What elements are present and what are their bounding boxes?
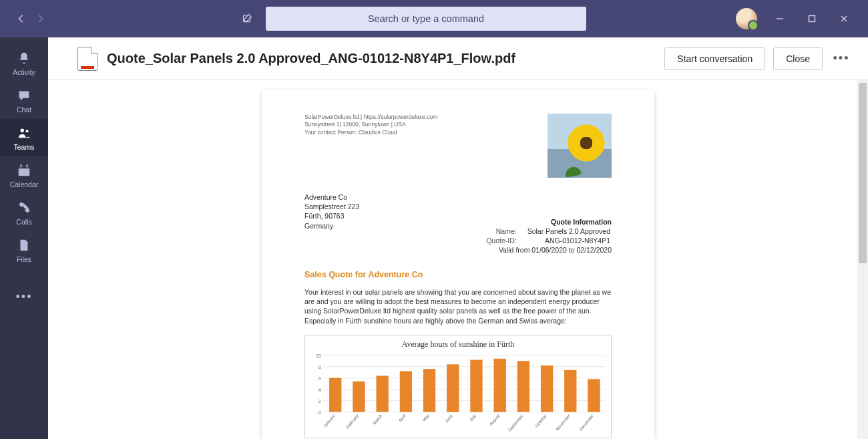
rail-item-calls[interactable]: Calls — [0, 194, 48, 231]
more-icon: ••• — [16, 289, 32, 305]
recipient-line: Germany — [304, 221, 359, 231]
rail-item-more[interactable]: ••• — [0, 278, 48, 315]
pdf-file-icon — [77, 47, 97, 71]
svg-text:6: 6 — [318, 376, 321, 380]
svg-text:September: September — [507, 413, 525, 432]
compose-icon[interactable] — [236, 8, 258, 29]
minimize-icon[interactable] — [771, 11, 789, 26]
svg-text:4: 4 — [318, 387, 321, 392]
rail-label: Files — [17, 255, 31, 263]
svg-rect-19 — [329, 378, 341, 412]
svg-text:0: 0 — [318, 410, 321, 414]
maximize-icon[interactable] — [803, 11, 821, 26]
document-actions: Start conversation Close ••• — [664, 47, 852, 70]
svg-text:2: 2 — [318, 398, 321, 403]
app-rail: Activity Chat Teams Calendar Calls Files… — [0, 37, 48, 439]
rail-label: Calls — [16, 218, 31, 226]
rail-label: Calendar — [10, 180, 39, 188]
scrollbar-track[interactable] — [857, 80, 868, 439]
recipient-line: Fürth, 90763 — [304, 211, 359, 221]
recipient-line: Samplestreet 223 — [304, 202, 359, 211]
sunflower-image — [548, 114, 612, 178]
quote-validity: Valid from 01/06/2020 to 02/12/2020 — [485, 246, 612, 254]
svg-rect-33 — [494, 359, 506, 412]
back-arrow-icon[interactable] — [12, 9, 31, 28]
more-actions-icon[interactable]: ••• — [831, 48, 852, 69]
svg-text:10: 10 — [316, 353, 321, 357]
rail-item-activity[interactable]: Activity — [0, 44, 48, 82]
svg-point-1 — [21, 128, 25, 132]
document-title: Quote_Solar Panels 2.0 Approved_ANG-0101… — [107, 51, 515, 66]
rail-item-files[interactable]: Files — [0, 231, 48, 269]
rail-label: Teams — [14, 143, 35, 151]
sales-quote-title: Sales Quote for Adventure Co — [304, 270, 612, 279]
letterhead: SolarPowerDeluxe ltd.| https://solarpowe… — [304, 114, 612, 178]
recipient-block: Adventure Co Samplestreet 223 Fürth, 907… — [304, 192, 359, 254]
main-area: Quote_Solar Panels 2.0 Approved_ANG-0101… — [48, 37, 868, 439]
quote-id-value: ANG-01012-N8Y4P1 — [527, 237, 610, 245]
svg-rect-6 — [27, 164, 28, 167]
svg-rect-0 — [809, 16, 815, 22]
svg-text:April: April — [397, 413, 407, 424]
quote-name-value: Solar Panels 2.0 Approved — [527, 227, 610, 235]
sender-line: Sunnystreet 1| 12000, Sunnytown | USA — [304, 121, 437, 128]
pdf-page: SolarPowerDeluxe ltd.| https://solarpowe… — [262, 90, 654, 439]
svg-rect-39 — [564, 370, 576, 412]
forward-arrow-icon[interactable] — [31, 9, 49, 28]
svg-rect-37 — [541, 365, 553, 412]
svg-point-2 — [26, 130, 29, 132]
teams-icon — [16, 125, 32, 141]
sunshine-chart: Average hours of sunshine in Fürth 02468… — [304, 335, 612, 438]
svg-text:8: 8 — [318, 364, 321, 369]
document-header: Quote_Solar Panels 2.0 Approved_ANG-0101… — [48, 37, 868, 80]
title-bar: Search or type a command — [0, 0, 868, 37]
chat-icon — [16, 88, 32, 104]
search-input[interactable]: Search or type a command — [266, 7, 586, 31]
bar-chart-svg: 0246810JanuaryFebruaryMarchAprilMayJuneJ… — [306, 352, 610, 432]
rail-item-chat[interactable]: Chat — [0, 82, 48, 119]
rail-label: Activity — [13, 68, 35, 76]
document-viewer[interactable]: SolarPowerDeluxe ltd.| https://solarpowe… — [48, 80, 868, 439]
svg-text:February: February — [345, 413, 360, 430]
address-row: Adventure Co Samplestreet 223 Fürth, 907… — [304, 192, 612, 254]
close-button[interactable]: Close — [773, 47, 823, 70]
sender-line: SolarPowerDeluxe ltd.| https://solarpowe… — [304, 114, 437, 121]
svg-rect-41 — [588, 379, 600, 412]
svg-text:December: December — [578, 413, 595, 432]
quote-info: Quote Information Name:Solar Panels 2.0 … — [485, 218, 612, 254]
bell-icon — [16, 50, 32, 66]
titlebar-right — [736, 8, 863, 29]
svg-text:June: June — [443, 413, 453, 424]
svg-text:August: August — [488, 413, 501, 427]
svg-rect-29 — [447, 364, 459, 412]
quote-id-label: Quote-ID: — [486, 237, 526, 245]
rail-item-calendar[interactable]: Calendar — [0, 156, 48, 194]
svg-rect-27 — [423, 369, 435, 412]
calls-icon — [16, 200, 32, 216]
start-conversation-button[interactable]: Start conversation — [664, 47, 765, 70]
svg-text:May: May — [421, 413, 431, 423]
recipient-line: Adventure Co — [304, 192, 359, 202]
quote-info-table: Name:Solar Panels 2.0 Approved Quote-ID:… — [485, 226, 612, 246]
chart-title: Average hours of sunshine in Fürth — [306, 339, 610, 349]
svg-text:March: March — [372, 413, 383, 425]
calendar-icon — [16, 162, 32, 178]
sender-line: Your contact Person: Claudius Cloud — [304, 129, 437, 136]
scrollbar-thumb[interactable] — [859, 83, 867, 263]
svg-text:January: January — [322, 413, 337, 429]
quote-name-label: Name: — [486, 227, 526, 235]
svg-text:July: July — [468, 413, 478, 423]
svg-rect-5 — [21, 164, 22, 167]
svg-text:October: October — [534, 413, 548, 428]
rail-label: Chat — [17, 106, 31, 114]
avatar[interactable] — [736, 8, 757, 29]
svg-rect-4 — [19, 166, 30, 168]
svg-rect-25 — [400, 371, 412, 412]
nav-arrows — [12, 9, 49, 28]
svg-rect-35 — [517, 361, 529, 412]
close-icon[interactable] — [835, 11, 853, 26]
svg-rect-31 — [470, 359, 482, 412]
rail-item-teams[interactable]: Teams — [0, 119, 48, 156]
body-paragraph: Your interest in our solar panels are sh… — [304, 287, 612, 325]
svg-text:November: November — [555, 413, 572, 432]
